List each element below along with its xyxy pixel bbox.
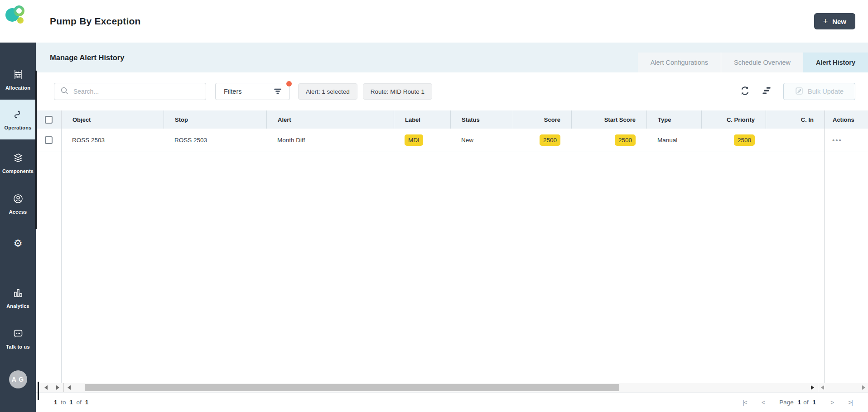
start-score-badge: 2500 [615,134,636,146]
page-indicator: Page 1 of 1 [779,399,816,406]
filters-button[interactable]: Filters [215,83,290,100]
pinned-left-scroll [40,383,64,392]
filter-chip-route[interactable]: Route: MID Route 1 [363,83,432,100]
toolbar: Filters Alert: 1 selected Route: MID Rou… [36,72,868,110]
person-circle-icon [13,193,24,206]
alert-history-grid: Object Stop Alert Label Status Score Sta… [36,110,868,383]
column-header-c-priority[interactable]: C. Priority [701,110,766,129]
new-button[interactable]: + New [814,13,855,29]
range-of-word: of [77,399,82,406]
route-icon [13,109,24,122]
row-select-cell [36,129,61,152]
bulk-update-button[interactable]: Bulk Update [783,83,855,100]
pagination: |< < Page 1 of 1 > >| [743,399,854,406]
column-header-stop[interactable]: Stop [164,110,266,129]
search-box [54,83,206,100]
row-actions-menu-icon[interactable]: ••• [832,136,842,144]
stacked-bars-icon [762,86,772,97]
section-title: Manage Alert History [50,53,124,62]
column-header-actions: Actions [825,110,868,129]
table-row[interactable]: ROSS 2503 ROSS 2503 Month Diff MDI New 2… [36,129,868,152]
cell-score: 2500 [513,129,571,152]
scroll-right-arrow-icon[interactable] [862,385,865,390]
plus-icon: + [823,17,828,26]
app-window: Allocation Operations Components [0,0,868,412]
cell-label: MDI [394,129,450,152]
filter-chip-alert[interactable]: Alert: 1 selected [298,83,357,100]
current-page: 1 [798,399,801,406]
cell-start-score: 2500 [571,129,646,152]
cell-actions: ••• [825,129,868,152]
column-header-object[interactable]: Object [61,110,164,129]
column-header-c-in[interactable]: C. In [766,110,825,129]
sidebar-item-label: Analytics [6,303,29,309]
score-badge: 2500 [540,134,560,146]
status-bar: 1 to 1 of 1 |< < Page 1 of 1 > >| [36,392,868,412]
sidebar-item-label: Operations [4,125,31,130]
app-logo[interactable] [0,0,36,43]
sidebar-item-analytics[interactable]: Analytics [0,284,36,311]
sidebar-item-settings[interactable]: ⚙ [0,235,36,253]
scroll-left-arrow-icon[interactable] [44,385,48,390]
range-total: 1 [85,399,89,406]
column-header-start-score[interactable]: Start Score [571,110,646,129]
tab-alert-history[interactable]: Alert History [803,53,868,72]
pinned-left-divider [61,110,62,383]
cell-type: Manual [646,129,701,152]
last-page-button[interactable]: >| [848,399,853,406]
sidebar-item-label: Access [9,209,27,215]
sidebar-item-operations[interactable]: Operations [0,100,36,139]
refresh-button[interactable] [740,86,750,97]
filters-label: Filters [224,88,241,95]
sidebar-item-label: Talk to us [6,344,30,350]
pinned-right-scroll [818,383,868,392]
scroll-left-arrow-icon[interactable] [821,385,824,390]
sidebar-scrollbar-thumb[interactable] [35,71,37,229]
first-page-button[interactable]: |< [743,399,747,406]
gear-icon: ⚙ [14,239,23,249]
column-header-label[interactable]: Label [394,110,450,129]
row-density-button[interactable] [762,86,772,97]
scrollbar-thumb[interactable] [85,384,619,391]
cell-c-in [766,129,825,152]
sidebar-item-allocation[interactable]: Allocation [0,67,36,92]
range-to: 1 [69,399,73,406]
tab-bar: Alert Configurations Schedule Overview A… [638,53,868,72]
main-scroll-track[interactable] [64,383,818,392]
prev-page-button[interactable]: < [762,399,765,406]
sidebar-item-talk-to-us[interactable]: Talk to us [0,325,36,352]
next-page-button[interactable]: > [830,399,834,406]
toolbar-right: Bulk Update [740,83,855,100]
sidebar-item-label: Components [2,168,34,174]
edit-pencil-icon [795,87,803,96]
tab-alert-configurations[interactable]: Alert Configurations [638,53,721,72]
page-title: Pump By Exception [50,16,141,27]
select-all-checkbox[interactable] [45,116,53,124]
row-range-summary: 1 to 1 of 1 [54,399,88,406]
column-header-status[interactable]: Status [450,110,513,129]
search-input[interactable] [73,88,200,95]
logo-icon [5,5,26,26]
grid-header-row: Object Stop Alert Label Status Score Sta… [36,110,868,129]
column-header-type[interactable]: Type [646,110,701,129]
cell-c-priority: 2500 [701,129,766,152]
tab-schedule-overview[interactable]: Schedule Overview [721,53,803,72]
sidebar-item-components[interactable]: Components [0,150,36,176]
layers-icon [13,153,24,165]
refresh-icon [740,86,750,97]
left-scroll-edge-bar [38,382,39,400]
new-button-label: New [832,18,846,25]
column-header-alert[interactable]: Alert [266,110,394,129]
row-checkbox[interactable] [45,136,53,144]
sidebar-item-access[interactable]: Access [0,191,36,216]
scroll-right-arrow-icon[interactable] [56,385,59,390]
column-header-score[interactable]: Score [513,110,571,129]
range-to-word: to [61,399,66,406]
scroll-right-arrow-icon[interactable] [811,385,814,390]
avatar[interactable]: A G [9,370,27,388]
chat-bubble-icon [13,328,24,341]
label-badge: MDI [405,134,423,146]
scroll-left-arrow-icon[interactable] [68,385,71,390]
sidebar: Allocation Operations Components [0,0,36,412]
cell-object: ROSS 2503 [61,129,164,152]
